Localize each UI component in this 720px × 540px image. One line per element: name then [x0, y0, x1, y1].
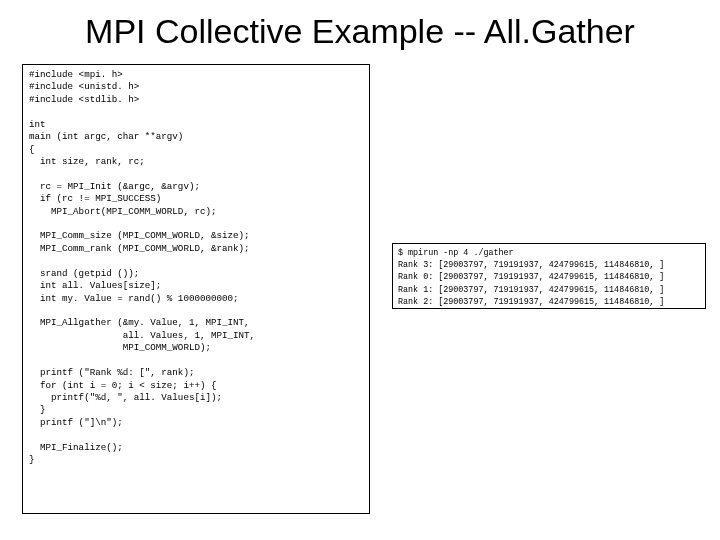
terminal-output-box: $ mpirun -np 4 ./gather Rank 3: [2900379… — [392, 243, 706, 309]
slide: MPI Collective Example -- All.Gather #in… — [0, 0, 720, 540]
slide-title: MPI Collective Example -- All.Gather — [0, 12, 720, 51]
source-code-box: #include <mpi. h> #include <unistd. h> #… — [22, 64, 370, 514]
